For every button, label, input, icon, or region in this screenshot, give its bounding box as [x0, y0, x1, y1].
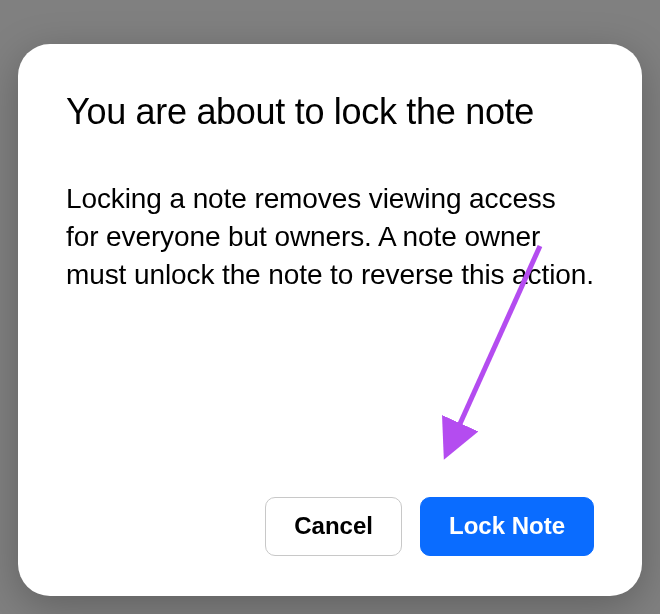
lock-note-button[interactable]: Lock Note [420, 497, 594, 556]
dialog-title: You are about to lock the note [66, 86, 594, 138]
dialog-body: Locking a note removes viewing access fo… [66, 180, 594, 467]
lock-note-dialog: You are about to lock the note Locking a… [18, 44, 642, 596]
dialog-actions: Cancel Lock Note [66, 497, 594, 556]
cancel-button[interactable]: Cancel [265, 497, 402, 556]
